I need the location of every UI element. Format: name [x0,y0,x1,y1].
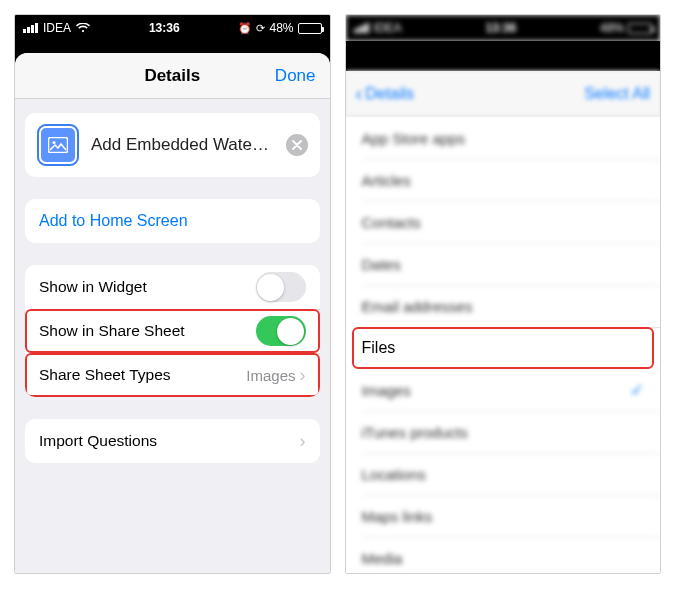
chevron-right-icon: › [300,431,306,452]
show-in-widget-label: Show in Widget [39,278,147,296]
type-row[interactable]: Dates [346,243,661,285]
carrier-label: IDEA [43,21,71,35]
type-row[interactable]: App Store apps [346,117,661,159]
shortcut-image-icon[interactable] [37,124,79,166]
phone-types-screen: IDEA 13:36 48% ‹ Details Select All App … [345,14,662,574]
chevron-right-icon: › [300,365,306,386]
show-in-share-sheet-label: Show in Share Sheet [39,322,185,340]
type-row[interactable]: iTunes products [346,411,661,453]
nav-bar: Details Done [15,53,330,99]
wifi-icon [76,23,90,33]
status-bar: IDEA 13:36 ⏰ ⟳ 48% [15,15,330,41]
select-all-button[interactable]: Select All [584,85,650,103]
battery-icon [298,23,322,34]
import-questions-row[interactable]: Import Questions › [25,419,320,463]
type-row[interactable]: Maps links [346,495,661,537]
shortcut-card: Add Embedded Wate… [25,113,320,177]
chevron-left-icon: ‹ [356,82,363,105]
types-list[interactable]: App Store apps Articles Contacts Dates E… [346,117,661,573]
nav-title: Details [89,66,256,86]
done-button[interactable]: Done [256,66,316,86]
nav-bar-types: ‹ Details Select All [346,71,661,117]
back-button[interactable]: ‹ Details [356,82,415,105]
type-row-images[interactable]: Images ✓ [346,369,661,411]
details-sheet: Details Done Add Embedded Wate… Add to H [15,53,330,573]
share-sheet-types-value: Images [246,367,299,384]
checkmark-icon: ✓ [630,380,644,401]
show-in-widget-row: Show in Widget [25,265,320,309]
type-row[interactable]: Articles [346,159,661,201]
clock: 13:36 [90,21,238,35]
shortcut-name-field[interactable]: Add Embedded Wate… [91,135,274,155]
add-to-home-button[interactable]: Add to Home Screen [25,199,320,243]
share-sheet-types-label: Share Sheet Types [39,366,171,384]
type-row[interactable]: Locations [346,453,661,495]
type-row-files[interactable]: Files [346,327,661,369]
clear-name-button[interactable] [286,134,308,156]
back-label: Details [365,85,414,103]
type-row[interactable]: Email addresses [346,285,661,327]
home-card: Add to Home Screen [25,199,320,243]
svg-rect-0 [49,138,68,153]
orientation-lock-icon: ⟳ [256,22,265,35]
type-row[interactable]: Contacts [346,201,661,243]
share-sheet-types-row[interactable]: Share Sheet Types Images › [25,353,320,397]
content-scroll[interactable]: Add Embedded Wate… Add to Home Screen Sh… [15,99,330,573]
battery-percent: 48% [269,21,293,35]
svg-point-1 [52,141,55,144]
shortcut-name-row[interactable]: Add Embedded Wate… [25,113,320,177]
options-card: Show in Widget Show in Share Sheet Share… [25,265,320,397]
status-bar-blurred: IDEA 13:36 48% [346,15,661,41]
alarm-icon: ⏰ [238,22,252,35]
show-in-share-sheet-row: Show in Share Sheet [25,309,320,353]
show-in-widget-toggle[interactable] [256,272,306,302]
signal-bars-icon [23,23,38,33]
import-questions-label: Import Questions [39,432,157,450]
background-gap [346,41,661,71]
show-in-share-sheet-toggle[interactable] [256,316,306,346]
import-card: Import Questions › [25,419,320,463]
phone-details-screen: IDEA 13:36 ⏰ ⟳ 48% Details Done [14,14,331,574]
type-row[interactable]: Media [346,537,661,573]
